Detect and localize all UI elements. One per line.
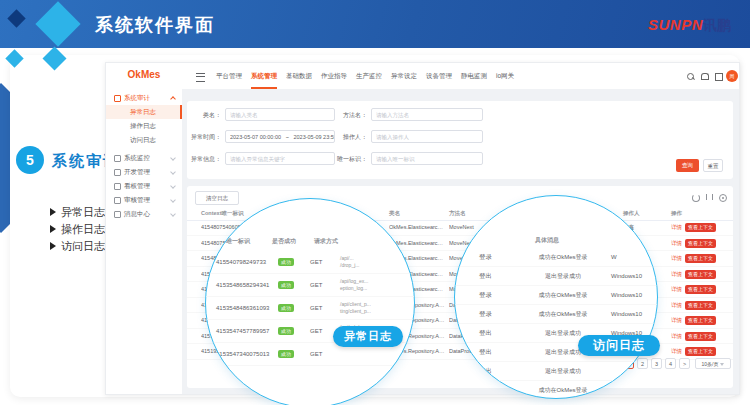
list-item-exception-log: 异常日志 bbox=[50, 205, 105, 219]
view-context-button[interactable]: 查看上下文 bbox=[685, 301, 716, 310]
gear-icon[interactable] bbox=[719, 194, 727, 202]
detail-link[interactable]: 详情 bbox=[671, 255, 682, 261]
cell-request-method: GET bbox=[310, 297, 322, 319]
column-settings-icon[interactable] bbox=[706, 194, 713, 200]
cell-unique-id: 4153547340075013 bbox=[216, 343, 278, 365]
detail-link[interactable]: 详情 bbox=[671, 333, 682, 339]
detail-link[interactable]: 详情 bbox=[671, 224, 682, 230]
review-icon bbox=[114, 197, 121, 204]
page-button-2[interactable]: 2 bbox=[637, 358, 648, 369]
cell-log-type: 登出 bbox=[479, 324, 492, 342]
tab-system[interactable]: 系统管理 bbox=[251, 63, 277, 89]
view-context-button[interactable]: 查看上下文 bbox=[685, 270, 716, 279]
sidebar-item-exception-log[interactable]: 异常日志 bbox=[106, 105, 182, 119]
bell-icon[interactable] bbox=[701, 73, 709, 79]
operator-input[interactable] bbox=[371, 130, 483, 143]
cell-request-method: GET bbox=[310, 251, 322, 273]
header-action: 操作 bbox=[671, 207, 731, 220]
cell-action: 详情查看上下文 bbox=[671, 236, 731, 251]
tab-production-monitor[interactable]: 生产监控 bbox=[356, 63, 382, 89]
app-topbar: 平台管理 系统管理 基础数据 作业指导 生产监控 异常设定 设备管理 静电监测 … bbox=[182, 63, 739, 90]
search-icon[interactable] bbox=[687, 73, 694, 80]
tab-basic-data[interactable]: 基础数据 bbox=[286, 63, 312, 89]
header-operator: 操作人 bbox=[623, 207, 663, 220]
chevron-down-icon bbox=[170, 169, 176, 175]
cell-log-message: 成功在OkMes登录 bbox=[517, 286, 609, 304]
cell-request-method: GET bbox=[310, 274, 322, 296]
tab-exception-setting[interactable]: 异常设定 bbox=[391, 63, 417, 89]
cell-unique-id: 4153547457789957 bbox=[216, 320, 278, 342]
clear-log-button[interactable]: 清空日志 bbox=[195, 191, 239, 205]
chevron-up-icon bbox=[170, 96, 176, 102]
cell-log-type: 登录 bbox=[479, 248, 492, 266]
cell-log-type: 登出 bbox=[479, 343, 492, 361]
cell-os: Windows10 bbox=[611, 305, 642, 323]
sidebar-item-dev-manage[interactable]: 开发管理 bbox=[106, 165, 182, 179]
chevron-down-icon bbox=[170, 155, 176, 161]
cell-log-type: 登出 bbox=[479, 267, 492, 285]
view-context-button[interactable]: 查看上下文 bbox=[685, 332, 716, 341]
sidebar-item-review-manage[interactable]: 审核管理 bbox=[106, 193, 182, 207]
cell-unique-id: 4153548486361093 bbox=[216, 297, 278, 319]
status-badge: 成功 bbox=[278, 350, 294, 358]
cell-action: 详情查看上下文 bbox=[671, 267, 731, 282]
sidebar-item-operation-log[interactable]: 操作日志 bbox=[106, 119, 182, 133]
page-next-button[interactable]: > bbox=[679, 358, 690, 369]
page-button-3[interactable]: 3 bbox=[651, 358, 662, 369]
cell-log-message: 成功在OkMes登录 bbox=[517, 248, 609, 266]
list-item-operation-log: 操作日志 bbox=[50, 222, 105, 236]
bubble-table-row: 登出 退出登录成功 Windows10 bbox=[455, 267, 657, 286]
brand-logo: SUNPN讯鹏 bbox=[648, 16, 731, 35]
page-size-select[interactable]: 10条/页 bbox=[695, 358, 731, 369]
detail-link[interactable]: 详情 bbox=[671, 302, 682, 308]
method-name-input[interactable] bbox=[371, 108, 483, 121]
view-context-button[interactable]: 查看上下文 bbox=[685, 223, 716, 232]
bubble-table-row: 登录 成功在OkMes登录 W bbox=[455, 248, 657, 267]
sidebar-item-system-audit[interactable]: 系统审计 bbox=[106, 91, 182, 105]
tab-device-manage[interactable]: 设备管理 bbox=[426, 63, 452, 89]
monitor-icon bbox=[114, 155, 121, 162]
view-context-button[interactable]: 查看上下文 bbox=[685, 239, 716, 248]
cell-action: 详情查看上下文 bbox=[671, 298, 731, 313]
sidebar-item-access-log[interactable]: 访问日志 bbox=[106, 133, 182, 147]
sidebar-item-message-center[interactable]: 消息中心 bbox=[106, 207, 182, 221]
detail-link[interactable]: 详情 bbox=[671, 271, 682, 277]
avatar[interactable]: 周 bbox=[726, 70, 738, 82]
detail-link[interactable]: 详情 bbox=[671, 240, 682, 246]
operator-label: 操作人： bbox=[317, 130, 367, 145]
fullscreen-icon[interactable] bbox=[715, 73, 723, 81]
view-context-button[interactable]: 查看上下文 bbox=[685, 285, 716, 294]
detail-link[interactable]: 详情 bbox=[671, 348, 682, 354]
search-button[interactable]: 查询 bbox=[676, 159, 699, 172]
view-context-button[interactable]: 查看上下文 bbox=[685, 316, 716, 325]
detail-link[interactable]: 详情 bbox=[671, 286, 682, 292]
filter-panel: 类名： 方法名： 异常时间： 操作人： 异常信息： 唯一标识： 查询 重置 bbox=[187, 101, 733, 179]
chevron-down-icon bbox=[170, 211, 176, 217]
arrow-bullet-icon bbox=[50, 208, 56, 216]
view-context-button[interactable]: 查看上下文 bbox=[685, 347, 716, 356]
bubble-table-row: 登录 成功在OkMes登录 Windows10 bbox=[455, 286, 657, 305]
sidebar-item-system-monitor[interactable]: 系统监控 bbox=[106, 151, 182, 165]
cell-action: 详情查看上下文 bbox=[671, 344, 731, 359]
refresh-icon[interactable] bbox=[692, 194, 700, 202]
tab-work-guide[interactable]: 作业指导 bbox=[321, 63, 347, 89]
sidebar-item-board-manage[interactable]: 看板管理 bbox=[106, 179, 182, 193]
message-icon bbox=[114, 211, 121, 218]
chevron-down-icon bbox=[170, 197, 176, 203]
cell-unique-id: 4153548658294341 bbox=[216, 274, 278, 296]
tab-platform[interactable]: 平台管理 bbox=[216, 63, 242, 89]
unique-id-input[interactable] bbox=[371, 152, 483, 165]
bubble-table-row: 登录 成功在OkMes登录 Windows10 bbox=[455, 305, 657, 324]
tab-io-gateway[interactable]: io网关 bbox=[496, 63, 514, 89]
arrow-bullet-icon bbox=[50, 225, 56, 233]
cell-class: OkMes.Elasticsearch.ESRep... bbox=[389, 220, 446, 235]
hamburger-icon[interactable] bbox=[196, 73, 205, 82]
page-button-4[interactable]: 4 bbox=[665, 358, 676, 369]
reset-button[interactable]: 重置 bbox=[703, 159, 723, 172]
cell-log-message: 成功在OkMes登录 bbox=[517, 305, 609, 323]
tab-static-monitor[interactable]: 静电监测 bbox=[461, 63, 487, 89]
view-context-button[interactable]: 查看上下文 bbox=[685, 254, 716, 263]
cell-action: 详情查看上下文 bbox=[671, 282, 731, 297]
cell-os: Windows10 bbox=[611, 267, 642, 285]
detail-link[interactable]: 详情 bbox=[671, 317, 682, 323]
